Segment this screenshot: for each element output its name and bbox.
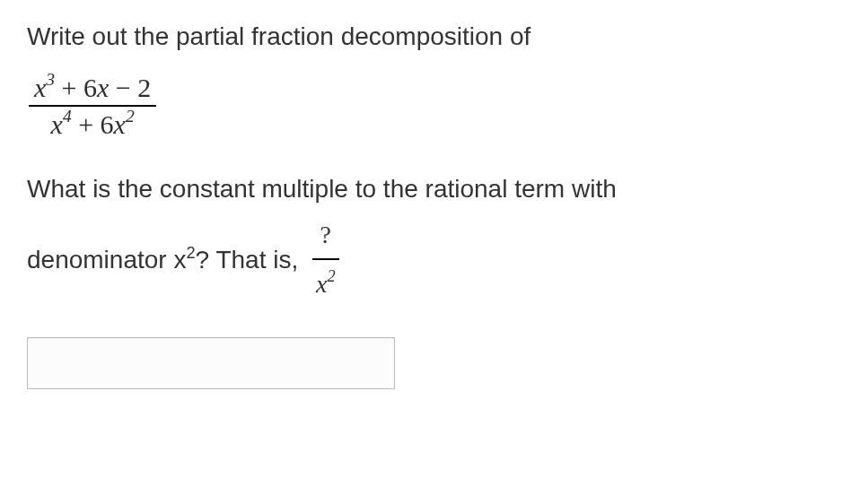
numerator-coef2: 6: [83, 73, 97, 102]
denominator-exp2: 2: [126, 107, 135, 126]
numerator-var1: x: [34, 73, 46, 102]
question-intro: Write out the partial fraction decomposi…: [27, 18, 815, 56]
numerator-var2: x: [97, 73, 109, 102]
numerator-exp1: 3: [46, 70, 55, 89]
inline-denom-var: x: [316, 270, 327, 298]
answer-input[interactable]: [27, 337, 395, 389]
fraction-denominator: x4 + 6x2: [29, 107, 156, 140]
inline-fraction: ? x2: [312, 211, 339, 308]
part2-prefix: denominator x: [27, 246, 186, 274]
part2-exp: 2: [186, 244, 195, 262]
numerator-op1: +: [55, 73, 83, 102]
numerator-op2: −: [109, 73, 137, 102]
question-part2: What is the constant multiple to the rat…: [27, 165, 815, 310]
denominator-exp1: 4: [63, 107, 72, 126]
denominator-op1: +: [72, 109, 101, 139]
inline-fraction-numerator: ?: [312, 211, 339, 260]
numerator-const: 2: [137, 73, 151, 102]
part2-line1: What is the constant multiple to the rat…: [27, 175, 617, 203]
part2-mid: ? That is,: [196, 246, 305, 274]
inline-denom-exp: 2: [327, 267, 335, 285]
inline-fraction-denominator: x2: [312, 260, 339, 308]
denominator-var2: x: [114, 109, 126, 139]
denominator-coef2: 6: [101, 109, 114, 139]
fraction-numerator: x3 + 6x − 2: [29, 72, 156, 107]
denominator-var1: x: [51, 109, 63, 139]
main-fraction: x3 + 6x − 2 x4 + 6x2: [29, 72, 156, 140]
